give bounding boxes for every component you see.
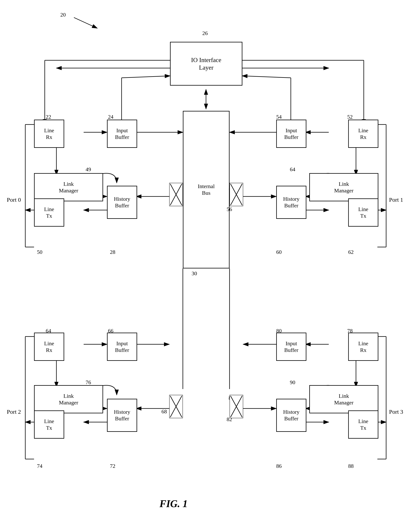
history-buf-p3-label: History Buffer [283, 409, 300, 422]
ref-20: 20 [60, 12, 66, 18]
line-tx-p3-label: Line Tx [358, 418, 368, 431]
port2-label: Port 2 [7, 408, 21, 415]
mux-left-top [169, 183, 183, 206]
ref-28: 28 [110, 249, 115, 255]
svg-line-56 [122, 76, 170, 78]
ref-50: 50 [37, 249, 42, 255]
line-tx-p1: Line Tx [348, 199, 378, 227]
ref-76: 76 [86, 379, 91, 386]
ref-26: 26 [202, 30, 208, 36]
ref-30: 30 [192, 270, 197, 277]
line-rx-p3-label: Line Rx [358, 340, 368, 353]
ref-24: 24 [108, 114, 113, 120]
line-rx-p0: Line Rx [34, 120, 64, 148]
line-tx-p0-label: Line Tx [44, 206, 54, 219]
ref-72: 72 [110, 463, 115, 469]
input-buf-p2-label: Input Buffer [115, 340, 129, 353]
port3-label: Port 3 [389, 408, 403, 415]
link-mgr-p1: Link Manager [309, 173, 378, 201]
mux-right-bot [230, 395, 243, 418]
ref-62: 62 [348, 249, 354, 255]
svg-line-50 [74, 18, 97, 28]
history-buf-p0: History Buffer [107, 186, 137, 219]
line-tx-p2-label: Line Tx [44, 418, 54, 431]
line-rx-p0-label: Line Rx [44, 127, 54, 140]
io-interface-label: IO Interface Layer [191, 56, 221, 71]
mux-right-top [230, 183, 243, 206]
history-buf-p0-label: History Buffer [114, 196, 130, 209]
ref-86: 86 [276, 463, 282, 469]
ref-54: 54 [276, 114, 282, 120]
input-buf-p3-label: Input Buffer [284, 340, 298, 353]
line-tx-p0: Line Tx [34, 199, 64, 227]
line-rx-p2-label: Line Rx [44, 340, 54, 353]
fig-label: FIG. 1 [160, 498, 188, 509]
line-rx-p2: Line Rx [34, 332, 64, 361]
internal-bus-label: Internal Bus [198, 183, 215, 196]
history-buf-p1: History Buffer [276, 186, 306, 219]
port0-label: Port 0 [7, 197, 21, 203]
ref-68: 68 [162, 408, 167, 415]
ref-74: 74 [37, 463, 42, 469]
input-buf-p1: Input Buffer [276, 120, 306, 148]
link-mgr-p0: Link Manager [34, 173, 103, 201]
port1-label: Port 1 [389, 197, 403, 203]
internal-bus-box: Internal Bus [183, 111, 230, 268]
input-buf-p2: Input Buffer [107, 332, 137, 361]
input-buf-p1-label: Input Buffer [284, 127, 298, 140]
line-rx-p1-label: Line Rx [358, 127, 368, 140]
line-tx-p1-label: Line Tx [358, 206, 368, 219]
line-rx-p3: Line Rx [348, 332, 378, 361]
line-tx-p3: Line Tx [348, 410, 378, 439]
svg-line-58 [242, 76, 291, 78]
io-interface-box: IO Interface Layer [170, 42, 242, 86]
line-tx-p2: Line Tx [34, 410, 64, 439]
ref-22: 22 [46, 114, 51, 120]
ref-49: 49 [86, 166, 91, 172]
link-mgr-p2-label: Link Manager [59, 393, 78, 406]
mux-left-bot [169, 395, 183, 418]
ref-56: 56 [227, 206, 232, 212]
link-mgr-p2: Link Manager [34, 385, 103, 413]
diagram: 20 26 IO Interface Layer Internal Bus 30… [0, 0, 412, 532]
ref-90: 90 [290, 379, 295, 386]
input-buf-p3: Input Buffer [276, 332, 306, 361]
ref-64b: 64 [290, 166, 295, 172]
history-buf-p2: History Buffer [107, 399, 137, 432]
history-buf-p1-label: History Buffer [283, 196, 300, 209]
history-buf-p3: History Buffer [276, 399, 306, 432]
input-buf-p0: Input Buffer [107, 120, 137, 148]
history-buf-p2-label: History Buffer [114, 409, 130, 422]
line-rx-p1: Line Rx [348, 120, 378, 148]
ref-60: 60 [276, 249, 282, 255]
link-mgr-p0-label: Link Manager [59, 181, 78, 194]
link-mgr-p3-label: Link Manager [334, 393, 354, 406]
link-mgr-p1-label: Link Manager [334, 181, 354, 194]
ref-88: 88 [348, 463, 354, 469]
link-mgr-p3: Link Manager [309, 385, 378, 413]
ref-52: 52 [347, 114, 353, 120]
input-buf-p0-label: Input Buffer [115, 127, 129, 140]
